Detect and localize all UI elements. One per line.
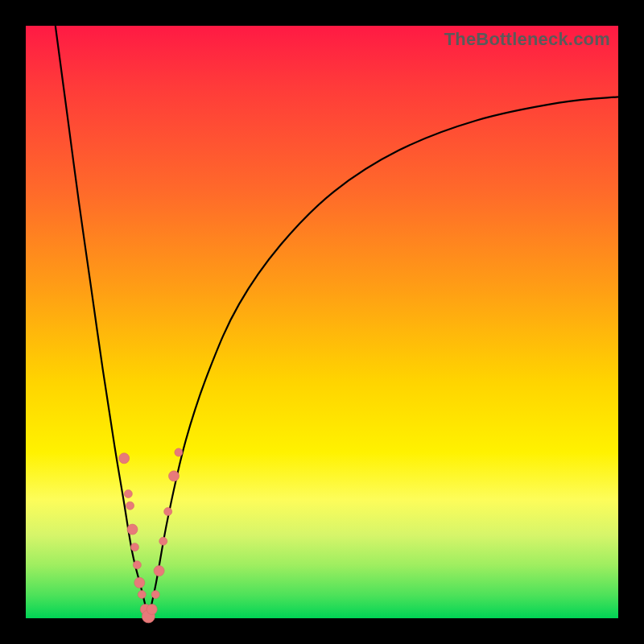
bead-marker (130, 543, 138, 551)
curve-layer (26, 26, 618, 618)
bead-marker (126, 502, 134, 510)
plot-area: TheBottleneck.com (26, 26, 618, 618)
bead-marker (134, 577, 145, 588)
bead-marker (119, 453, 130, 464)
bead-marker (124, 489, 132, 497)
bead-marker (127, 524, 138, 535)
bead-marker (154, 566, 164, 576)
bead-marker (133, 561, 141, 569)
bead-marker (169, 471, 180, 481)
bead-marker (151, 591, 159, 599)
bead-marker (147, 604, 157, 614)
chart-frame: TheBottleneck.com (0, 0, 644, 644)
curve-right-branch (148, 97, 618, 618)
bead-marker (164, 508, 172, 516)
bead-marker (175, 448, 183, 456)
bead-marker (159, 537, 167, 545)
bead-marker (138, 591, 146, 599)
